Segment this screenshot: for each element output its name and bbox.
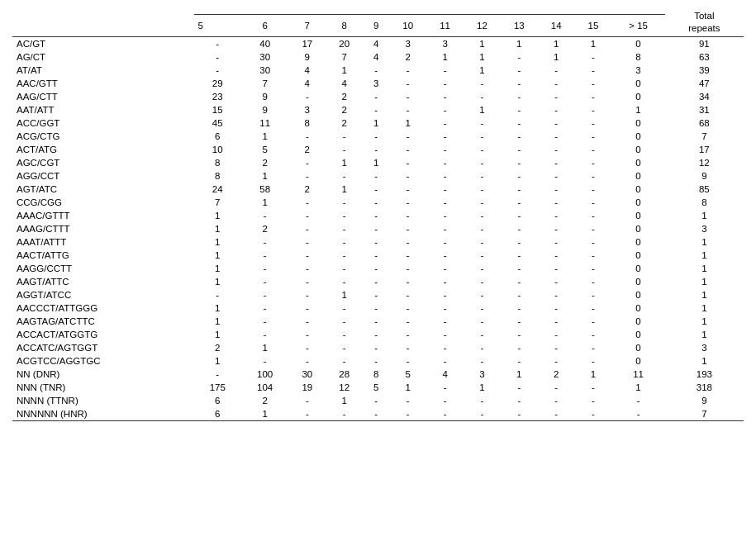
value-cell: 8	[363, 368, 389, 381]
value-cell: 29	[194, 77, 241, 90]
value-cell: 1	[194, 235, 241, 249]
value-cell: 6	[194, 394, 241, 407]
table-row: AACCCT/ATTGGG1----------01	[12, 301, 744, 315]
value-cell: 0	[611, 116, 664, 130]
value-cell: 0	[611, 341, 664, 354]
value-cell: -	[426, 103, 464, 116]
value-cell: -	[575, 381, 612, 394]
value-cell: -	[363, 249, 389, 262]
total-cell: 1	[665, 328, 744, 341]
total-cell: 34	[665, 90, 744, 103]
value-cell: 0	[611, 169, 664, 183]
unit-col-header-11: 11	[426, 14, 464, 36]
value-cell: 4	[288, 77, 326, 90]
value-cell: 1	[575, 36, 612, 50]
motif-cell: AAT/ATT	[12, 103, 194, 116]
value-cell: 8	[194, 156, 241, 169]
value-cell: -	[538, 288, 575, 301]
value-cell: -	[538, 381, 575, 394]
unit-col-header-12: 12	[464, 14, 501, 36]
value-cell: 0	[611, 77, 664, 90]
value-cell: -	[426, 328, 464, 341]
value-cell: -	[288, 90, 326, 103]
value-cell: 1	[426, 50, 464, 64]
value-cell: 24	[194, 183, 241, 196]
value-cell: -	[501, 354, 538, 368]
value-cell: 1	[326, 394, 363, 407]
motif-cell: AAGTAG/ATCTTC	[12, 315, 194, 328]
total-cell: 1	[665, 235, 744, 249]
table-row: ACGTCC/AGGTGC1----------01	[12, 354, 744, 368]
value-cell: -	[575, 354, 612, 368]
value-cell: -	[241, 328, 288, 341]
motif-cell: AAAC/GTTT	[12, 209, 194, 222]
value-cell: -	[389, 394, 426, 407]
value-cell: 8	[194, 169, 241, 183]
motif-cell: ACCATC/AGTGGT	[12, 341, 194, 354]
value-cell: -	[575, 288, 612, 301]
value-cell: 1	[538, 36, 575, 50]
value-cell: -	[575, 341, 612, 354]
value-cell: -	[464, 341, 501, 354]
value-cell: -	[575, 50, 612, 64]
value-cell: -	[288, 288, 326, 301]
value-cell: -	[241, 301, 288, 315]
value-cell: -	[426, 183, 464, 196]
value-cell: -	[501, 156, 538, 169]
value-cell: -	[501, 328, 538, 341]
value-cell: -	[389, 275, 426, 288]
value-cell: -	[538, 143, 575, 156]
value-cell: -	[575, 275, 612, 288]
value-cell: -	[538, 262, 575, 275]
table-row: AAAC/GTTT1----------01	[12, 209, 744, 222]
value-cell: -	[426, 288, 464, 301]
repeat-units-group-header	[194, 8, 665, 14]
value-cell: -	[288, 341, 326, 354]
value-cell: -	[326, 315, 363, 328]
value-cell: -	[363, 341, 389, 354]
value-cell: 1	[326, 288, 363, 301]
value-cell: 104	[241, 381, 288, 394]
value-cell: 0	[611, 183, 664, 196]
value-cell: -	[538, 222, 575, 235]
unit-col-header-6: 6	[241, 14, 288, 36]
value-cell: -	[194, 50, 241, 64]
table-row: NNNN (TTNR)62-1--------9	[12, 394, 744, 407]
value-cell: -	[538, 169, 575, 183]
total-cell: 1	[665, 262, 744, 275]
value-cell: -	[538, 64, 575, 77]
value-cell: 4	[363, 36, 389, 50]
total-cell: 63	[665, 50, 744, 64]
value-cell: -	[363, 275, 389, 288]
value-cell: 1	[501, 368, 538, 381]
value-cell: -	[363, 354, 389, 368]
table-row: AGC/CGT82-11------012	[12, 156, 744, 169]
value-cell: 1	[611, 103, 664, 116]
table-row: ACCATC/AGTGGT21---------03	[12, 341, 744, 354]
value-cell: -	[464, 77, 501, 90]
value-cell: 20	[326, 36, 363, 50]
value-cell: 1	[389, 116, 426, 130]
value-cell: -	[464, 156, 501, 169]
value-cell: -	[288, 275, 326, 288]
value-cell: -	[611, 394, 664, 407]
value-cell: 0	[611, 262, 664, 275]
value-cell: -	[501, 222, 538, 235]
value-cell: -	[426, 275, 464, 288]
table-row: ACG/CTG61---------07	[12, 130, 744, 143]
value-cell: 0	[611, 301, 664, 315]
value-cell: -	[389, 130, 426, 143]
value-cell: -	[575, 301, 612, 315]
value-cell: 28	[326, 368, 363, 381]
value-cell: -	[288, 130, 326, 143]
value-cell: -	[575, 222, 612, 235]
table-row: AAC/GTT297443------047	[12, 77, 744, 90]
value-cell: -	[326, 130, 363, 143]
total-cell: 7	[665, 130, 744, 143]
value-cell: 1	[241, 341, 288, 354]
value-cell: -	[464, 130, 501, 143]
value-cell: 1	[194, 328, 241, 341]
repeat-motif-header	[12, 8, 194, 36]
value-cell: 15	[194, 103, 241, 116]
value-cell: 1	[464, 64, 501, 77]
